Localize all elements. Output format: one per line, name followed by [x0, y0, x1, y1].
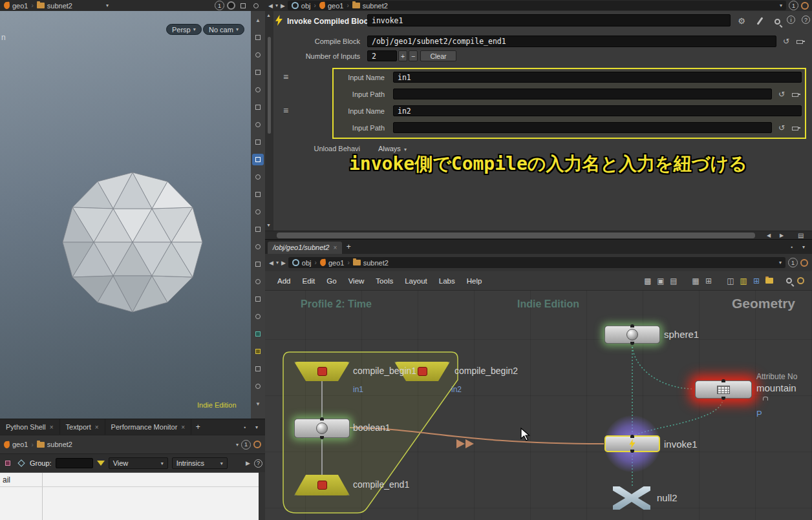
path-dropdown-icon[interactable]: ▾	[236, 442, 239, 448]
compile-block-field[interactable]: /obj/geo1/subnet2/compile_end1	[367, 36, 776, 47]
overview-icon[interactable]	[795, 277, 806, 284]
asset-folder-icon[interactable]	[763, 278, 776, 284]
tab-close-icon[interactable]: ×	[50, 424, 54, 431]
pane-link-badge[interactable]: 1	[215, 1, 224, 10]
pane-menu-icon[interactable]: ▾	[251, 424, 262, 430]
pane-maximize-icon[interactable]	[251, 1, 261, 10]
node-sphere1[interactable]	[604, 326, 660, 344]
pane-corner-icon[interactable]: ▤	[798, 232, 804, 239]
hscroll-thumb[interactable]	[277, 233, 755, 238]
scroll-thumb[interactable]	[268, 37, 271, 134]
filter-icon[interactable]	[97, 461, 105, 466]
pane-sync-icon[interactable]	[800, 259, 808, 267]
move-tool-icon[interactable]	[252, 67, 264, 78]
increment-button[interactable]: +	[398, 50, 407, 61]
scroll-down-icon[interactable]: ▼	[252, 398, 264, 410]
page-next-icon[interactable]: ▶	[246, 460, 250, 466]
pane-split-icon[interactable]: ▪	[239, 424, 251, 430]
group-select-icon[interactable]	[252, 328, 264, 340]
breadcrumb-subnet2[interactable]: subnet2	[47, 441, 72, 448]
light-icon[interactable]	[252, 101, 264, 113]
points-mode-icon[interactable]	[16, 459, 26, 468]
clear-button[interactable]: Clear	[420, 50, 456, 61]
help-icon[interactable]: ?	[254, 459, 262, 468]
hscroll-left-icon[interactable]: ◀	[767, 233, 771, 238]
notes-icon[interactable]: ▥	[737, 276, 750, 286]
input1-path-field[interactable]	[393, 88, 772, 99]
group-input[interactable]	[56, 458, 93, 468]
search-icon[interactable]	[770, 16, 784, 27]
nav-forward-icon[interactable]: ▶	[281, 3, 285, 9]
memory-icon[interactable]	[252, 311, 264, 322]
reselect-icon[interactable]: ↺	[776, 88, 787, 99]
scene-viewport[interactable]: n Persp ▾ No cam ▾	[0, 11, 251, 419]
lock-icon[interactable]	[252, 84, 264, 96]
node-mountain[interactable]	[695, 380, 752, 399]
new-tab-button[interactable]: +	[342, 242, 355, 251]
nav-back-history-icon[interactable]: ▾	[275, 3, 278, 8]
reselect-icon[interactable]: ↺	[780, 36, 792, 47]
intrinsics-dropdown[interactable]: Intrinsics ▾	[172, 457, 228, 469]
nav-back-icon[interactable]: ◀	[268, 3, 273, 9]
node-chooser-icon[interactable]	[796, 37, 805, 45]
node-boolean1[interactable]	[294, 419, 350, 438]
search-icon[interactable]	[782, 278, 795, 284]
num-inputs-field[interactable]: 2	[367, 50, 397, 61]
select-tool-icon[interactable]	[252, 32, 264, 43]
multiparm-handle-icon[interactable]: ≡	[279, 72, 292, 82]
geometry-spreadsheet[interactable]: ail	[0, 472, 259, 520]
menu-add[interactable]: Add	[272, 277, 296, 285]
template-icon[interactable]	[252, 241, 264, 253]
shade-mode-icon[interactable]	[252, 119, 264, 130]
camera-menu[interactable]: No cam ▾	[203, 24, 244, 35]
breadcrumb-subnet2[interactable]: subnet2	[363, 259, 389, 267]
path-dropdown-icon[interactable]: ▾	[780, 3, 782, 8]
input1-name-field[interactable]: in1	[393, 72, 802, 83]
nav-forward-icon[interactable]: ▶	[281, 260, 286, 266]
reselect-icon[interactable]: ↺	[776, 122, 787, 133]
nav-back-history-icon[interactable]: ▾	[276, 260, 279, 265]
menu-go[interactable]: Go	[321, 277, 342, 285]
pane-sync-icon[interactable]	[253, 441, 261, 448]
node-invoke1[interactable]	[604, 435, 660, 452]
input2-path-field[interactable]	[393, 122, 772, 133]
node-name-field[interactable]: invoke1	[367, 14, 731, 26]
tab-close-icon[interactable]: ×	[181, 424, 185, 431]
multiparm-handle-icon[interactable]: ≡	[279, 105, 292, 116]
hand-tool-icon[interactable]	[252, 49, 264, 61]
scroll-up-icon[interactable]: ▲	[252, 14, 264, 26]
breadcrumb-subnet2[interactable]: subnet2	[47, 2, 72, 10]
highlight-tool-icon[interactable]	[252, 154, 264, 165]
network-canvas[interactable]: Profile 2: Time Indie Edition Geometry s…	[265, 291, 812, 520]
input2-name-field[interactable]: in2	[393, 105, 802, 116]
pane-link-badge[interactable]: 1	[788, 258, 798, 267]
pane-menu-icon[interactable]: ▾	[798, 244, 809, 250]
tab-close-icon[interactable]: ×	[95, 424, 99, 431]
grid-view-icon[interactable]: ▦	[689, 276, 702, 286]
breadcrumb-geo1[interactable]: geo1	[328, 2, 343, 10]
menu-help[interactable]: Help	[461, 277, 488, 285]
help-icon[interactable]: ?	[802, 16, 810, 24]
pane-link-badge[interactable]: 1	[789, 1, 798, 10]
menu-tools[interactable]: Tools	[370, 277, 399, 285]
pin-state-icon[interactable]	[227, 1, 235, 10]
new-node-icon[interactable]: ⊞	[750, 276, 763, 286]
tab-textport[interactable]: Textport ×	[60, 419, 105, 435]
list-view-icon[interactable]: ▤	[667, 276, 680, 286]
tab-performance-monitor[interactable]: Performance Monitor ×	[105, 419, 192, 435]
tab-python-shell[interactable]: Python Shell ×	[0, 419, 60, 435]
pane-pin-icon[interactable]	[238, 1, 248, 10]
breadcrumb-obj[interactable]: obj	[301, 2, 311, 10]
visualizer-icon[interactable]	[252, 276, 264, 287]
thumbnail-view-icon[interactable]: ⊞	[702, 276, 715, 286]
node-chooser-icon[interactable]	[791, 124, 800, 132]
breadcrumb-obj[interactable]: obj	[302, 259, 312, 267]
points-display-icon[interactable]	[252, 206, 264, 218]
pane-split-icon[interactable]: ▪	[786, 244, 798, 250]
menu-labs[interactable]: Labs	[433, 277, 461, 285]
measure-tool-icon[interactable]	[252, 380, 264, 392]
handles-icon[interactable]	[252, 258, 264, 270]
clip-tool-icon[interactable]	[252, 363, 264, 375]
brush-icon[interactable]	[753, 15, 767, 26]
node-chooser-icon[interactable]	[791, 90, 800, 98]
